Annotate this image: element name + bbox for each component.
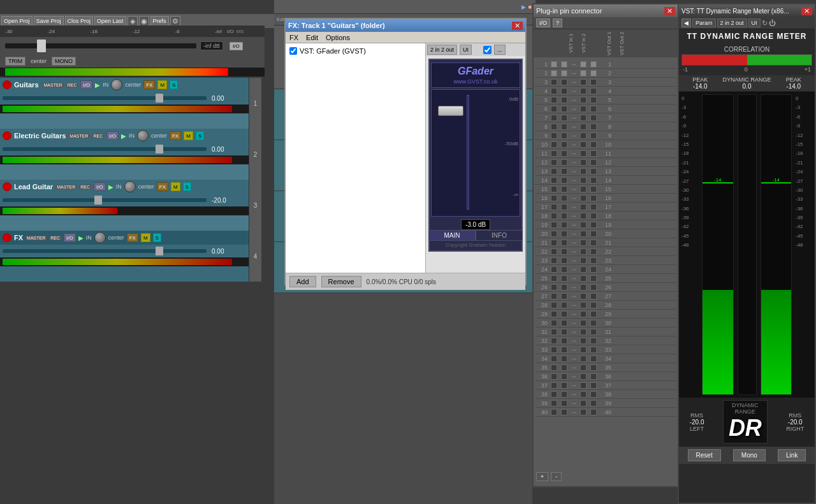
pin-dot-out-40-0[interactable] [580, 409, 586, 415]
track-1-io-btn[interactable]: I/O [80, 80, 92, 89]
save-proj-btn[interactable]: Save Proj [34, 16, 64, 26]
pin-dot-out-34-0[interactable] [580, 356, 586, 362]
pin-dot-out-18-0[interactable] [580, 213, 586, 219]
pin-dot-in-35-0[interactable] [551, 364, 557, 371]
track-3-pan-knob[interactable] [124, 181, 136, 192]
close-proj-btn[interactable]: Clos Proj [65, 16, 94, 26]
track-1-fader-handle[interactable] [156, 94, 163, 103]
track-4-mute-btn[interactable]: M [141, 233, 150, 242]
track-2-rec-btn[interactable] [3, 131, 11, 140]
pin-dot-in-29-1[interactable] [561, 311, 567, 317]
pin-dot-out-32-0[interactable] [580, 338, 586, 344]
pin-dot-out-34-1[interactable] [590, 356, 597, 362]
fx-menu-fx[interactable]: FX [289, 34, 298, 41]
prefs-btn[interactable]: Prefs [150, 16, 169, 26]
open-proj-btn[interactable]: Open Proj [1, 16, 33, 26]
pin-dot-in-6-0[interactable] [551, 106, 557, 112]
pin-dot-out-33-0[interactable] [580, 347, 586, 353]
pin-dot-in-17-0[interactable] [551, 204, 557, 210]
pin-dot-in-14-1[interactable] [561, 177, 567, 184]
dr-close-btn[interactable]: ✕ [801, 7, 812, 15]
pin-dot-in-8-1[interactable] [561, 124, 567, 130]
pin-dot-in-12-0[interactable] [551, 159, 557, 166]
pin-dot-out-3-0[interactable] [580, 79, 586, 85]
track-4-pan-knob[interactable] [94, 232, 106, 243]
pin-dot-in-23-1[interactable] [561, 257, 567, 264]
pin-dot-in-30-0[interactable] [551, 320, 557, 326]
pin-dot-in-22-1[interactable] [561, 248, 567, 255]
pin-dot-in-21-0[interactable] [551, 240, 557, 246]
pin-dot-in-14-0[interactable] [551, 177, 557, 184]
pin-dot-in-22-0[interactable] [551, 248, 557, 255]
pin-dot-in-18-1[interactable] [561, 213, 567, 219]
pin-dot-in-12-1[interactable] [561, 159, 567, 166]
track-4-rec-btn[interactable] [3, 233, 11, 242]
track-2-mute-btn[interactable]: M [184, 131, 193, 140]
fx-enable-checkbox[interactable] [483, 46, 492, 54]
pin-dot-in-17-1[interactable] [561, 204, 567, 210]
pin-dot-out-22-1[interactable] [590, 248, 597, 255]
track-4-fx-btn[interactable]: FX [127, 233, 138, 242]
pin-dot-out-17-1[interactable] [590, 204, 597, 210]
dr-route-btn[interactable]: 2 in 2 out [717, 18, 747, 27]
pin-dot-in-36-0[interactable] [551, 373, 557, 380]
pin-dot-out-38-1[interactable] [590, 391, 597, 398]
pin-dot-out-12-0[interactable] [580, 159, 586, 166]
track-1-pan-knob[interactable] [111, 79, 122, 90]
track-1-play-btn[interactable]: ▶ [95, 82, 100, 89]
pin-dot-out-7-0[interactable] [580, 115, 586, 121]
io-label[interactable]: I/O [227, 29, 234, 34]
fx-item-gfader[interactable]: VST: GFader (GVST) [288, 46, 423, 56]
pin-dot-in-33-0[interactable] [551, 347, 557, 353]
pin-dot-out-29-0[interactable] [580, 311, 586, 317]
pin-dot-out-39-1[interactable] [590, 400, 597, 407]
pin-dot-out-23-0[interactable] [580, 257, 586, 264]
pin-dot-in-24-0[interactable] [551, 266, 557, 273]
pin-dot-in-15-0[interactable] [551, 186, 557, 192]
pin-dot-out-20-0[interactable] [580, 231, 586, 237]
pin-dot-out-28-1[interactable] [590, 302, 597, 308]
pin-dot-in-32-1[interactable] [561, 338, 567, 344]
fx-more-btn[interactable]: ... [494, 45, 506, 55]
pin-dot-out-3-1[interactable] [590, 79, 597, 85]
pin-dot-out-35-0[interactable] [580, 364, 586, 371]
dr-param-btn[interactable]: Param [692, 18, 716, 27]
pin-dot-out-19-1[interactable] [590, 222, 597, 228]
pin-dot-out-18-1[interactable] [590, 213, 597, 219]
pin-dot-out-9-0[interactable] [580, 133, 586, 139]
pin-dot-in-6-1[interactable] [561, 106, 567, 112]
dr-expand-btn[interactable]: ◀ [681, 18, 691, 27]
pin-dot-in-25-0[interactable] [551, 275, 557, 282]
pin-dot-out-14-0[interactable] [580, 177, 586, 184]
pin-dot-out-25-1[interactable] [590, 275, 597, 282]
track-2-fx-btn[interactable]: FX [170, 131, 181, 140]
pin-dot-in-23-0[interactable] [551, 257, 557, 264]
pin-dot-in-21-1[interactable] [561, 240, 567, 246]
pin-dot-in-28-0[interactable] [551, 302, 557, 308]
pin-dot-in-40-0[interactable] [551, 409, 557, 415]
gfader-fader-handle[interactable] [438, 106, 463, 116]
track-3-solo-btn[interactable]: S [183, 182, 191, 191]
pin-dot-out-9-1[interactable] [590, 133, 597, 139]
pin-dot-out-21-0[interactable] [580, 240, 586, 246]
pin-dot-out-31-0[interactable] [580, 329, 586, 335]
fx-ui-btn[interactable]: UI [460, 45, 472, 55]
master-trim-btn[interactable]: TRIM [5, 57, 26, 66]
gfader-tab-main[interactable]: MAIN [428, 230, 476, 241]
track-1-solo-btn[interactable]: S [170, 80, 178, 89]
pin-dot-out-8-1[interactable] [590, 124, 597, 130]
pin-io-btn[interactable]: I/O [536, 18, 550, 27]
pin-dot-in-31-1[interactable] [561, 329, 567, 335]
track-3-mute-btn[interactable]: M [171, 182, 180, 191]
pin-dot-out-20-1[interactable] [590, 231, 597, 237]
dr-link-btn[interactable]: Link [778, 449, 806, 461]
pin-dot-out-7-1[interactable] [590, 115, 597, 121]
pin-dot-in-24-1[interactable] [561, 266, 567, 273]
pin-dot-in-38-0[interactable] [551, 391, 557, 398]
pin-dot-in-26-0[interactable] [551, 284, 557, 291]
pin-dot-out-6-1[interactable] [590, 106, 597, 112]
track-2-pan-knob[interactable] [137, 130, 149, 141]
pin-dot-in-16-1[interactable] [561, 195, 567, 201]
dr-loop-btn[interactable]: ↻ [762, 19, 768, 27]
pin-dot-out-30-0[interactable] [580, 320, 586, 326]
